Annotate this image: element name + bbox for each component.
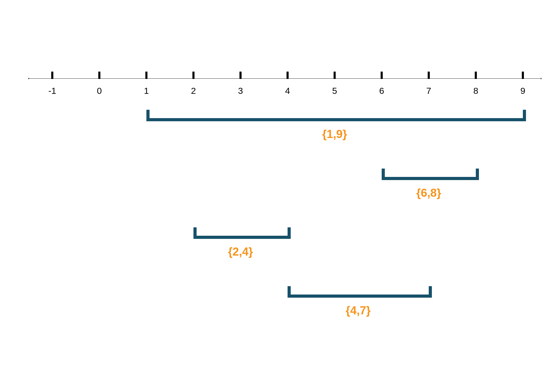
interval-bracket-end <box>288 227 291 239</box>
tick-mark <box>334 72 336 79</box>
numberline-axis <box>31 78 539 79</box>
diagram-canvas: ← → -10123456789 {1,9}{6,8}{2,4}{4,7} <box>0 0 549 392</box>
interval-bracket <box>146 118 526 121</box>
interval-bracket <box>193 236 291 239</box>
tick-label: -1 <box>48 86 56 96</box>
interval-bracket-end <box>193 227 197 239</box>
tick-label: 4 <box>285 86 290 96</box>
interval-bracket-end <box>146 110 150 121</box>
interval-bracket-end <box>288 286 291 298</box>
tick-label: 3 <box>238 86 243 96</box>
interval-bracket-end <box>476 169 479 180</box>
tick-mark <box>287 72 289 79</box>
tick-label: 1 <box>144 86 149 96</box>
tick-label: 5 <box>332 86 337 96</box>
tick-mark <box>239 72 242 79</box>
tick-mark <box>98 72 100 79</box>
tick-label: 9 <box>521 86 525 96</box>
interval-label: {4,7} <box>346 304 370 317</box>
interval-label: {6,8} <box>416 186 441 199</box>
tick-mark <box>522 72 524 79</box>
tick-mark <box>475 72 477 79</box>
interval-bracket-end <box>429 286 432 298</box>
interval-bracket <box>288 295 432 298</box>
tick-mark <box>428 72 430 79</box>
tick-label: 6 <box>379 86 384 96</box>
tick-mark <box>145 72 147 79</box>
tick-mark <box>51 72 53 79</box>
tick-mark <box>192 72 195 79</box>
interval-bracket-end <box>382 169 385 180</box>
interval-bracket <box>382 177 479 180</box>
interval-bracket-end <box>523 110 526 121</box>
tick-label: 7 <box>426 86 431 96</box>
interval-label: {1,9} <box>322 128 347 141</box>
tick-label: 0 <box>97 86 102 96</box>
tick-mark <box>381 72 383 79</box>
interval-label: {2,4} <box>228 245 253 258</box>
tick-label: 8 <box>473 86 478 96</box>
tick-label: 2 <box>191 86 196 96</box>
